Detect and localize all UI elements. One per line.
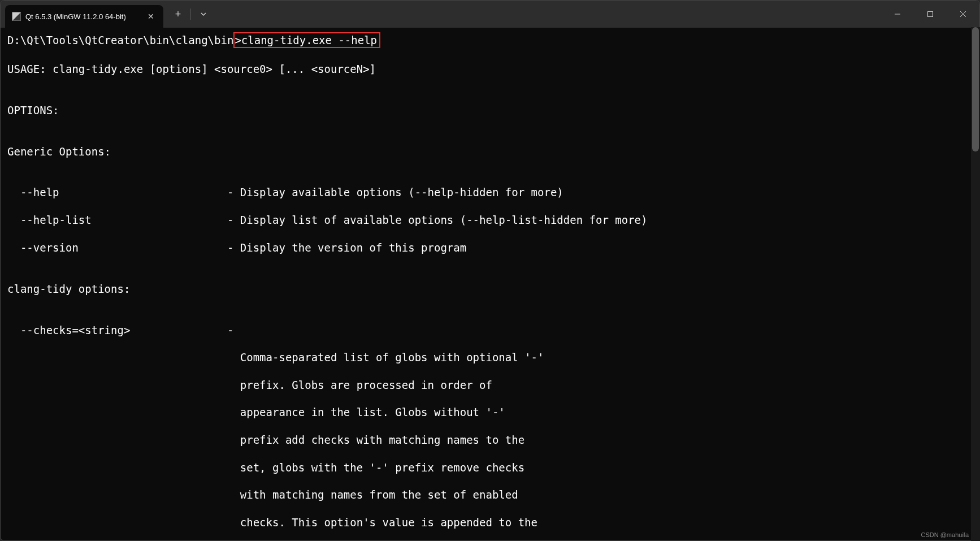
terminal-tab[interactable]: Qt 6.5.3 (MinGW 11.2.0 64-bit) ✕ bbox=[5, 5, 163, 28]
options-header: OPTIONS: bbox=[7, 103, 973, 117]
option-help-list: --help-list - Display list of available … bbox=[7, 213, 973, 227]
option-checks-flag: --checks=<string> - bbox=[7, 323, 973, 337]
close-icon bbox=[960, 11, 966, 18]
terminal-window: Qt 6.5.3 (MinGW 11.2.0 64-bit) ✕ + D:\Qt… bbox=[0, 0, 980, 541]
option-checks-desc-line: prefix. Globs are processed in order of bbox=[7, 378, 973, 392]
tab-dropdown-button[interactable] bbox=[193, 4, 214, 24]
option-help: --help - Display available options (--he… bbox=[7, 185, 973, 199]
option-checks-desc-line: prefix add checks with matching names to… bbox=[7, 433, 973, 447]
scrollbar[interactable] bbox=[971, 27, 980, 541]
maximize-button[interactable] bbox=[914, 1, 947, 28]
svg-rect-1 bbox=[928, 12, 933, 17]
minimize-button[interactable] bbox=[881, 1, 914, 28]
option-checks-desc-line: set, globs with the '-' prefix remove ch… bbox=[7, 461, 973, 474]
window-controls bbox=[881, 1, 979, 28]
option-checks-desc-line: with matching names from the set of enab… bbox=[7, 488, 973, 501]
scroll-thumb[interactable] bbox=[972, 27, 979, 152]
option-checks-desc-line: appearance in the list. Globs without '-… bbox=[7, 405, 973, 419]
option-checks-desc-line: checks. This option's value is appended … bbox=[7, 516, 973, 529]
maximize-icon bbox=[927, 11, 934, 18]
terminal-output[interactable]: D:\Qt\Tools\QtCreator\bin\clang\bin>clan… bbox=[1, 28, 979, 540]
minimize-icon bbox=[894, 11, 901, 18]
usage-line: USAGE: clang-tidy.exe [options] <source0… bbox=[7, 62, 973, 76]
command-highlight: >clang-tidy.exe --help bbox=[233, 32, 380, 48]
generic-options-header: Generic Options: bbox=[7, 145, 973, 158]
prompt-path: D:\Qt\Tools\QtCreator\bin\clang\bin bbox=[7, 34, 233, 46]
tab-title: Qt 6.5.3 (MinGW 11.2.0 64-bit) bbox=[25, 12, 141, 21]
watermark: CSDN @mahuifa bbox=[921, 531, 969, 538]
title-bar: Qt 6.5.3 (MinGW 11.2.0 64-bit) ✕ + bbox=[1, 1, 979, 28]
clang-tidy-options-header: clang-tidy options: bbox=[7, 282, 973, 296]
chevron-down-icon bbox=[200, 11, 207, 18]
new-tab-button[interactable]: + bbox=[168, 4, 188, 24]
option-checks-desc-line: Comma-separated list of globs with optio… bbox=[7, 350, 973, 364]
tab-divider bbox=[190, 8, 191, 20]
close-window-button[interactable] bbox=[947, 1, 979, 28]
close-tab-button[interactable]: ✕ bbox=[145, 11, 157, 22]
option-version: --version - Display the version of this … bbox=[7, 241, 973, 254]
cmd-icon bbox=[12, 12, 21, 21]
tab-area: Qt 6.5.3 (MinGW 11.2.0 64-bit) ✕ + bbox=[1, 1, 214, 28]
